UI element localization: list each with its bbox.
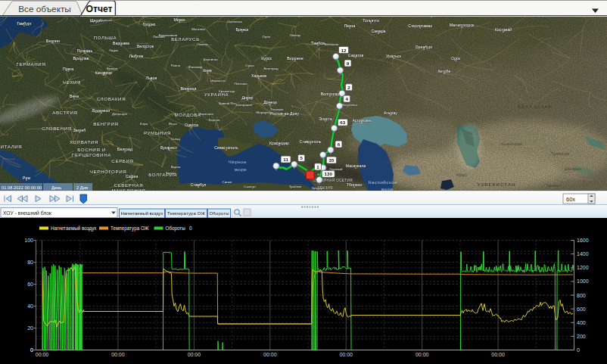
svg-text:УЗБЕКИСТАН: УЗБЕКИСТАН — [477, 182, 515, 187]
svg-text:Синоп: Синоп — [223, 180, 232, 184]
svg-text:ПОЛЬША: ПОЛЬША — [94, 35, 117, 40]
svg-text:01.08.2022 00:00:00: 01.08.2022 00:00:00 — [2, 185, 42, 190]
svg-text:40: 40 — [27, 303, 33, 309]
svg-text:Львов: Львов — [146, 76, 157, 80]
svg-text:Севастополь: Севастополь — [214, 145, 238, 150]
svg-text:Клуж: Клуж — [140, 122, 148, 126]
svg-text:Берлин: Берлин — [46, 39, 60, 43]
svg-text:Вена: Вена — [70, 94, 79, 98]
svg-text:Яссы: Яссы — [169, 122, 177, 126]
svg-text:Балашов: Балашов — [325, 42, 339, 46]
svg-text:Актобе: Актобе — [438, 69, 451, 73]
svg-text:Вильнюс: Вильнюс — [152, 17, 167, 17]
svg-text:Каспийское: Каспийское — [369, 179, 397, 185]
svg-text:12: 12 — [341, 48, 347, 53]
svg-text:СЛОВАКИЯ: СЛОВАКИЯ — [97, 96, 126, 101]
svg-text:СЕРБИЯ: СЕРБИЯ — [111, 158, 133, 163]
svg-text:Бухарест: Бухарест — [160, 145, 178, 150]
svg-text:БОЛГАРИЯ: БОЛГАРИЯ — [148, 172, 177, 177]
svg-text:1600: 1600 — [577, 238, 589, 243]
svg-text:Костанай: Костанай — [495, 27, 512, 32]
svg-text:Люблин: Люблин — [129, 54, 144, 58]
svg-text:Познань: Познань — [77, 48, 93, 53]
svg-text:Ахтубинск: Ахтубинск — [342, 103, 358, 107]
svg-text:0: 0 — [30, 347, 33, 353]
svg-text:Ростов-на-Дону: Ростов-на-Дону — [270, 111, 299, 116]
svg-text:1400: 1400 — [577, 251, 589, 257]
svg-text:РУМЫНИЯ: РУМЫНИЯ — [144, 130, 171, 135]
svg-text:60: 60 — [27, 282, 33, 287]
svg-text:ЧЕРНОГОРИЯ: ЧЕРНОГОРИЯ — [90, 169, 127, 174]
svg-text:Орск: Орск — [451, 56, 461, 61]
svg-text:Чернигов: Чернигов — [204, 58, 219, 61]
svg-text:Уральск: Уральск — [386, 54, 401, 58]
svg-text:Махачкала: Махачкала — [346, 163, 366, 168]
svg-text:ИТАЛИЯ: ИТАЛИЯ — [1, 144, 23, 149]
svg-text:63: 63 — [340, 120, 345, 125]
svg-text:Астрахань: Астрахань — [352, 118, 371, 123]
svg-text:Магнитогорск: Магнитогорск — [450, 23, 475, 27]
svg-text:Обороты: Обороты — [166, 226, 186, 232]
svg-text:Рим: Рим — [23, 176, 30, 180]
svg-text:Вроцлав: Вроцлав — [73, 56, 89, 61]
svg-text:Гомель: Гомель — [198, 42, 209, 46]
svg-text:Обороты: Обороты — [210, 211, 229, 216]
svg-text:00:00: 00:00 — [36, 352, 49, 357]
svg-text:Кривой Рог: Кривой Рог — [219, 101, 236, 105]
svg-text:Ставрополь: Ставрополь — [300, 139, 322, 144]
svg-text:00:00: 00:00 — [111, 352, 125, 357]
svg-text:800: 800 — [577, 293, 586, 298]
svg-text:00:00: 00:00 — [188, 352, 201, 357]
svg-text:Дебрецен: Дебрецен — [112, 112, 128, 116]
svg-text:Элиста: Элиста — [319, 117, 332, 121]
svg-text:0: 0 — [189, 226, 192, 231]
svg-text:Краков: Краков — [107, 67, 118, 70]
svg-text:Нагнетаемый воздух: Нагнетаемый воздух — [121, 211, 163, 216]
svg-text:4: 4 — [345, 96, 348, 101]
svg-text:ВЕНГРИЯ: ВЕНГРИЯ — [93, 121, 118, 126]
svg-text:СЕВЕРНАЯ: СЕВЕРНАЯ — [114, 182, 144, 188]
svg-text:00:00: 00:00 — [339, 352, 353, 357]
svg-text:Туркестан: Туркестан — [551, 151, 569, 156]
svg-text:День: День — [51, 185, 61, 190]
svg-text:Полтава: Полтава — [234, 82, 247, 86]
svg-text:1000: 1000 — [577, 278, 589, 284]
svg-text:Атырау: Атырау — [384, 110, 397, 115]
svg-text:Варна: Варна — [171, 165, 181, 169]
svg-text:Кызылорда: Кызылорда — [501, 142, 522, 146]
svg-text:35: 35 — [328, 157, 334, 163]
svg-text:0: 0 — [577, 347, 580, 353]
svg-text:ХОУ - внешний блок: ХОУ - внешний блок — [3, 210, 51, 216]
svg-text:00:00: 00:00 — [491, 352, 505, 357]
svg-text:60x: 60x — [566, 196, 575, 203]
svg-text:Днепр: Днепр — [242, 95, 254, 100]
svg-text:Актау: Актау — [382, 160, 393, 164]
svg-text:Липецк: Липецк — [290, 33, 301, 37]
svg-text:Харьков: Харьков — [251, 73, 266, 78]
svg-text:Самсун: Самсун — [244, 185, 256, 188]
svg-text:Все объекты: Все объекты — [18, 4, 71, 14]
svg-text:Смоленск: Смоленск — [227, 20, 242, 23]
svg-text:Киев: Киев — [203, 68, 212, 73]
svg-text:Курск: Курск — [261, 56, 272, 61]
svg-text:Гданьск: Гданьск — [100, 18, 112, 22]
svg-text:БЕЛАРУСЬ: БЕЛАРУСЬ — [171, 36, 200, 42]
svg-text:100: 100 — [24, 238, 33, 243]
svg-text:Температура ОЖ: Температура ОЖ — [111, 226, 149, 232]
svg-text:море: море — [235, 166, 247, 172]
svg-text:80: 80 — [27, 260, 33, 265]
svg-text:6: 6 — [338, 142, 341, 147]
svg-text:2: 2 — [347, 85, 350, 90]
svg-text:Житомир: Житомир — [188, 65, 203, 69]
svg-text:Трабзон: Трабзон — [289, 185, 302, 188]
svg-text:9: 9 — [347, 61, 350, 66]
svg-text:Винница: Винница — [181, 86, 197, 91]
svg-text:МОЛДОВА: МОЛДОВА — [174, 112, 201, 117]
svg-text:Лодзь: Лодзь — [109, 48, 119, 52]
svg-text:Минск: Минск — [174, 17, 186, 22]
svg-text:АВСТРИЯ: АВСТРИЯ — [52, 110, 77, 115]
svg-text:130: 130 — [325, 171, 333, 176]
svg-text:Температура ОЖ: Температура ОЖ — [167, 211, 205, 216]
svg-text:Могилёв: Могилёв — [191, 27, 205, 31]
svg-text:ЧЕХИЯ: ЧЕХИЯ — [63, 79, 81, 85]
